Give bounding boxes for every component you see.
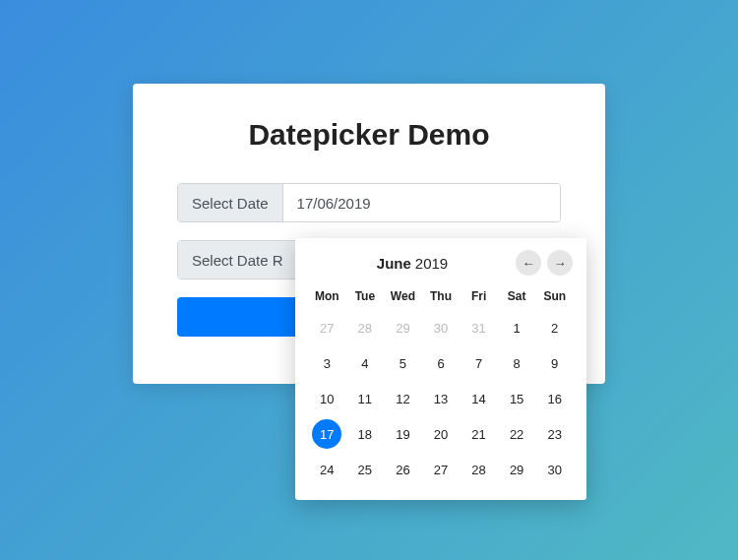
day-cell[interactable]: 8 (499, 346, 535, 380)
arrow-left-icon: ← (523, 256, 535, 271)
day-cell[interactable]: 2 (536, 311, 573, 344)
day-cell[interactable]: 30 (536, 453, 573, 486)
day-cell[interactable]: 19 (385, 417, 421, 451)
day-cell[interactable]: 31 (461, 311, 497, 344)
day-cell[interactable]: 7 (461, 346, 497, 380)
calendar-title: June2019 (309, 255, 516, 272)
day-cell[interactable]: 4 (347, 346, 384, 380)
day-cell[interactable]: 15 (499, 382, 535, 415)
day-cell[interactable]: 20 (423, 417, 460, 451)
calendar-header: June2019 ← → (309, 250, 573, 276)
dow-header: Sat (499, 283, 535, 309)
dow-header: Mon (309, 283, 345, 309)
day-cell[interactable]: 28 (461, 453, 497, 486)
dow-header: Tue (347, 283, 384, 309)
day-cell[interactable]: 5 (385, 346, 421, 380)
day-cell[interactable]: 29 (499, 453, 535, 486)
dow-header: Thu (423, 283, 460, 309)
day-cell[interactable]: 3 (309, 346, 345, 380)
calendar-nav: ← → (516, 250, 573, 276)
day-cell-selected[interactable]: 17 (312, 419, 341, 449)
date-input[interactable] (283, 184, 560, 221)
day-cell[interactable]: 22 (499, 417, 535, 451)
next-month-button[interactable]: → (547, 250, 573, 276)
day-cell[interactable]: 28 (347, 311, 384, 344)
prev-month-button[interactable]: ← (516, 250, 541, 276)
day-cell[interactable]: 13 (423, 382, 460, 415)
range-input-label: Select Date R (178, 241, 298, 279)
day-cell[interactable]: 1 (499, 311, 535, 344)
day-cell[interactable]: 21 (461, 417, 497, 451)
dow-header: Sun (536, 283, 573, 309)
day-cell[interactable]: 11 (347, 382, 384, 415)
date-input-label: Select Date (178, 184, 283, 221)
day-cell[interactable]: 18 (347, 417, 384, 451)
calendar-year: 2019 (415, 255, 448, 272)
day-cell[interactable]: 23 (536, 417, 573, 451)
dow-header: Wed (385, 283, 421, 309)
page-title: Datepicker Demo (177, 118, 561, 152)
day-cell[interactable]: 16 (536, 382, 573, 415)
arrow-right-icon: → (554, 256, 567, 271)
calendar-grid: MonTueWedThuFriSatSun2728293031123456789… (309, 283, 573, 486)
day-cell[interactable]: 9 (536, 346, 573, 380)
day-cell[interactable]: 26 (385, 453, 421, 486)
dow-header: Fri (461, 283, 497, 309)
datepicker-popup: June2019 ← → MonTueWedThuFriSatSun272829… (295, 238, 586, 500)
day-cell[interactable]: 27 (423, 453, 460, 486)
day-cell[interactable]: 24 (309, 453, 345, 486)
calendar-month: June (377, 255, 411, 272)
day-cell[interactable]: 25 (347, 453, 384, 486)
day-cell[interactable]: 30 (423, 311, 460, 344)
day-cell[interactable]: 14 (461, 382, 497, 415)
day-cell[interactable]: 27 (309, 311, 345, 344)
date-input-group: Select Date (177, 183, 561, 222)
day-cell[interactable]: 29 (385, 311, 421, 344)
day-cell[interactable]: 12 (385, 382, 421, 415)
day-cell[interactable]: 10 (309, 382, 345, 415)
day-cell[interactable]: 6 (423, 346, 460, 380)
